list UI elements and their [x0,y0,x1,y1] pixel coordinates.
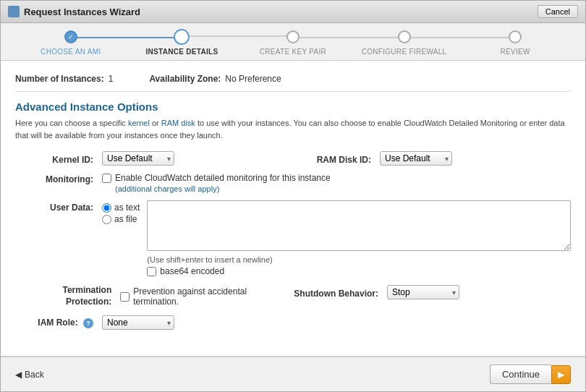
charges-note: (additional charges will apply) [115,184,571,193]
iam-role-label: IAM Role: ? [15,315,102,328]
user-data-hint: (Use shift+enter to insert a newline) [147,255,571,264]
shutdown-select[interactable]: Stop Terminate [387,285,459,299]
user-data-row: User Data: as text as file (Use shift+en… [15,200,571,278]
user-data-textarea[interactable] [147,200,571,251]
step-configure-firewall [349,30,460,43]
title-bar: Request Instances Wizard Cancel [1,1,585,23]
as-file-label: as file [114,214,137,224]
monitoring-checkbox-label: Enable CloudWatch detailed monitoring fo… [115,173,331,183]
back-arrow-icon: ◀ [15,370,22,380]
availability-zone-value: No Preference [225,74,281,84]
num-instances-label: Number of Instances: [15,74,104,84]
as-file-radio[interactable] [102,215,111,224]
info-row: Number of Instances: 1 Availability Zone… [15,69,571,92]
monitoring-row: Monitoring: Enable CloudWatch detailed m… [15,173,571,193]
base64-row: base64 encoded [147,266,571,276]
iam-role-select[interactable]: None [102,315,174,330]
termination-label: Termination Protection: [15,285,120,307]
step-labels: CHOOSE AN AMI INSTANCE DETAILS CREATE KE… [15,45,571,60]
as-text-radio[interactable] [102,203,111,213]
base64-label: base64 encoded [160,266,224,276]
iam-role-select-wrapper: None [102,315,174,330]
continue-label: Continue [490,365,551,384]
termination-shutdown-row: Termination Protection: Prevention again… [15,285,571,308]
kernel-ram-row: Kernel ID: Use Default RAM Disk ID: Use … [15,151,571,166]
ram-disk-part: RAM Disk ID: Use Default [293,151,571,166]
footer: ◀ Back Continue ▶ [1,357,585,391]
iam-role-row: IAM Role: ? None [15,315,571,330]
kernel-id-select-wrapper: Use Default [102,151,174,166]
steps-track: ✓ [15,29,571,45]
step-circle-2 [174,29,190,45]
user-data-content: (Use shift+enter to insert a newline) ba… [147,200,571,278]
monitoring-label: Monitoring: [15,173,102,184]
kernel-link[interactable]: kernel [128,119,150,127]
num-instances-item: Number of Instances: 1 [15,74,113,84]
termination-checkbox-row: Prevention against accidental terminatio… [120,286,293,307]
as-text-radio-row: as text [102,203,140,213]
step-label-4: CONFIGURE FIREWALL [349,48,460,56]
user-data-radio-group: as text as file [102,200,140,224]
iam-help-icon[interactable]: ? [83,318,93,328]
step-choose-ami: ✓ [15,30,127,43]
section-title: Advanced Instance Options [15,101,571,113]
step-circle-5 [509,30,522,43]
step-circle-4 [398,30,411,43]
step-create-key-pair [237,30,349,43]
ram-disk-id-label: RAM Disk ID: [293,153,380,165]
ram-disk-id-select-wrapper: Use Default [380,151,452,166]
monitoring-checkbox[interactable] [102,174,111,183]
step-label-1: CHOOSE AN AMI [15,48,127,56]
termination-content: Prevention against accidental terminatio… [120,285,293,308]
step-label-5: REVIEW [459,48,571,56]
ram-disk-id-select[interactable]: Use Default [380,151,452,166]
main-content: Number of Instances: 1 Availability Zone… [1,61,585,357]
shutdown-col: Shutdown Behavior: Stop Terminate [293,285,571,299]
ramdisk-link[interactable]: RAM disk [161,119,195,127]
availability-zone-item: Availability Zone: No Preference [149,74,281,84]
step-review [459,30,571,43]
as-file-radio-row: as file [102,214,140,224]
step-label-3: CREATE KEY PAIR [237,48,349,56]
kernel-id-label: Kernel ID: [15,153,102,165]
termination-col: Termination Protection: Prevention again… [15,285,293,308]
back-button[interactable]: ◀ Back [15,370,44,380]
monitoring-content: Enable CloudWatch detailed monitoring fo… [102,173,571,193]
continue-button[interactable]: Continue ▶ [490,365,571,384]
kernel-id-part: Kernel ID: Use Default [15,151,293,166]
cancel-button[interactable]: Cancel [538,5,578,18]
title-bar-left: Request Instances Wizard [8,6,140,17]
kernel-id-select[interactable]: Use Default [102,151,174,166]
step-label-2: INSTANCE DETAILS [127,48,238,56]
termination-checkbox[interactable] [120,292,129,302]
back-label: Back [25,370,44,380]
availability-zone-label: Availability Zone: [149,74,221,84]
user-data-label: User Data: [15,200,102,213]
as-text-label: as text [114,203,140,213]
steps-bar: ✓ CHOOSE AN AMI [1,23,585,61]
step-circle-1: ✓ [64,30,77,43]
step-circle-3 [286,30,300,43]
window-title: Request Instances Wizard [24,7,140,17]
step-instance-details [127,29,238,45]
section-desc: Here you can choose a specific kernel or… [15,117,571,141]
shutdown-select-wrapper: Stop Terminate [387,285,459,299]
num-instances-value: 1 [109,74,114,84]
shutdown-behavior-label: Shutdown Behavior: [293,286,387,299]
termination-checkbox-label: Prevention against accidental terminatio… [133,286,293,307]
monitoring-checkbox-row: Enable CloudWatch detailed monitoring fo… [102,173,571,183]
continue-arrow-icon: ▶ [551,365,571,384]
wizard-icon [8,6,20,17]
base64-checkbox[interactable] [147,267,156,276]
wizard-window: Request Instances Wizard Cancel ✓ [0,0,586,392]
